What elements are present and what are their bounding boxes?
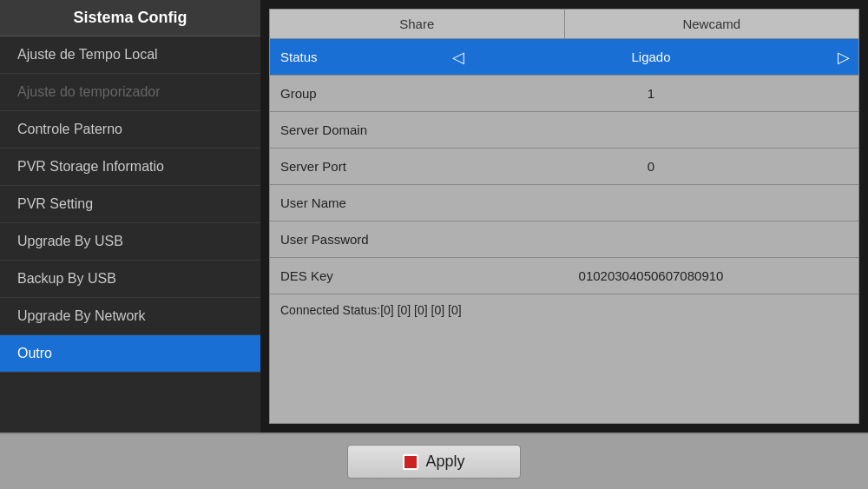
row-user-name-value	[444, 196, 858, 210]
sidebar-item-pvr-storage[interactable]: PVR Storage Informatio	[0, 149, 260, 186]
row-server-port-value: 0	[444, 152, 858, 181]
main-container: Sistema Config Ajuste de Tempo Local Aju…	[0, 0, 868, 433]
sidebar-item-upgrade-network[interactable]: Upgrade By Network	[0, 298, 260, 335]
content-area: Share Newcamd Status ◁ Ligado ▷ Group 1 …	[260, 0, 868, 433]
status-left-arrow[interactable]: ◁	[444, 44, 473, 70]
sidebar-item-outro[interactable]: Outro	[0, 335, 260, 373]
sidebar-item-upgrade-usb[interactable]: Upgrade By USB	[0, 223, 260, 261]
row-group-value: 1	[444, 79, 858, 108]
tab-newcamd[interactable]: Newcamd	[565, 10, 859, 38]
row-server-port-label: Server Port	[270, 152, 444, 181]
panel-tabs: Share Newcamd	[270, 10, 858, 39]
row-user-password-label: User Password	[270, 225, 444, 254]
sidebar-item-pvr-setting[interactable]: PVR Setting	[0, 186, 260, 223]
bottom-bar: Apply	[0, 433, 868, 489]
row-status: Status ◁ Ligado ▷	[270, 39, 858, 76]
row-user-password-value	[444, 233, 858, 247]
row-des-key-label: DES Key	[270, 261, 444, 290]
row-status-label: Status	[270, 43, 444, 71]
sidebar-item-ajuste-temporizador[interactable]: Ajuste do temporizador	[0, 74, 260, 111]
status-right-arrow[interactable]: ▷	[829, 44, 858, 70]
apply-button[interactable]: Apply	[347, 445, 521, 479]
row-server-domain-label: Server Domain	[270, 116, 444, 144]
sidebar: Sistema Config Ajuste de Tempo Local Aju…	[0, 0, 260, 433]
row-status-value: Ligado	[473, 43, 829, 71]
apply-label: Apply	[425, 453, 464, 471]
row-group: Group 1	[270, 76, 858, 112]
row-server-port: Server Port 0	[270, 149, 858, 185]
row-des-key-value: 01020304050607080910	[444, 261, 858, 290]
panel: Share Newcamd Status ◁ Ligado ▷ Group 1 …	[269, 9, 859, 424]
row-server-domain-value	[444, 123, 858, 137]
row-user-name-label: User Name	[270, 188, 444, 217]
row-user-password: User Password	[270, 221, 858, 258]
connected-status: Connected Status:[0] [0] [0] [0] [0]	[270, 294, 858, 326]
sidebar-item-backup-usb[interactable]: Backup By USB	[0, 261, 260, 298]
sidebar-item-controle-paterno[interactable]: Controle Paterno	[0, 111, 260, 149]
sidebar-title: Sistema Config	[0, 0, 260, 36]
row-server-domain: Server Domain	[270, 112, 858, 149]
apply-icon	[403, 454, 418, 470]
sidebar-item-ajuste-tempo[interactable]: Ajuste de Tempo Local	[0, 36, 260, 74]
row-group-label: Group	[270, 79, 444, 108]
row-user-name: User Name	[270, 185, 858, 221]
row-des-key: DES Key 01020304050607080910	[270, 258, 858, 294]
tab-share[interactable]: Share	[270, 10, 565, 38]
